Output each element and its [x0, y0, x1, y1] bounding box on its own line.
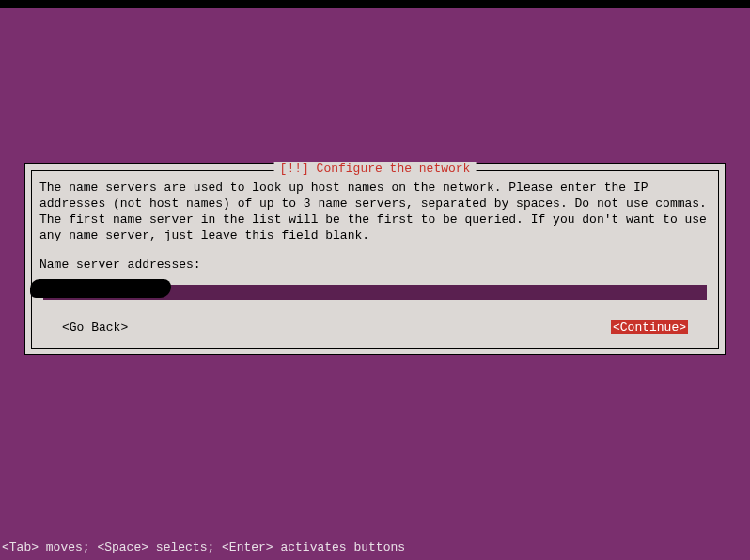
dialog-title: [!!] Configure the network: [274, 162, 477, 176]
input-row: [39, 285, 711, 302]
continue-button[interactable]: <Continue>: [611, 320, 688, 334]
redaction-mark: [30, 279, 171, 298]
input-underline: [43, 303, 707, 303]
footer-hint: <Tab> moves; <Space> selects; <Enter> ac…: [2, 540, 405, 554]
dialog-body-text: The name servers are used to look up hos…: [39, 180, 711, 244]
button-row: <Go Back> <Continue>: [39, 320, 711, 338]
nameserver-label: Name server addresses:: [39, 257, 711, 272]
dialog-inner: [!!] Configure the network The name serv…: [31, 170, 719, 349]
top-black-bar: [0, 0, 750, 8]
config-dialog: [!!] Configure the network The name serv…: [24, 163, 726, 355]
go-back-button[interactable]: <Go Back>: [62, 320, 128, 334]
